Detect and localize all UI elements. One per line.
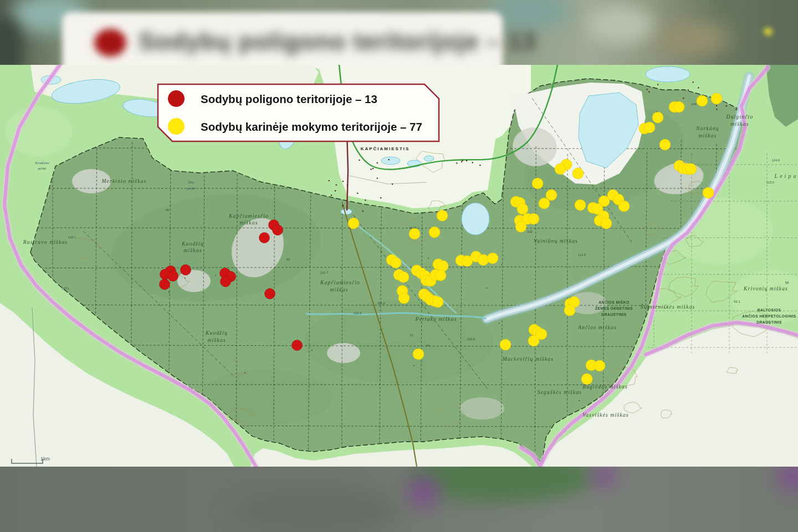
map-label: Krakinio: [35, 161, 49, 165]
yellow-dot: [398, 293, 410, 304]
spot-height: 46: [166, 208, 169, 212]
yellow-dot: [539, 198, 550, 209]
spot-height: 74: [426, 344, 430, 347]
legend-item-poligono: Sodybų poligono teritorijoje – 13: [201, 93, 377, 105]
blurred-yellow-dot: [764, 28, 773, 35]
building-dot: [388, 159, 390, 160]
blur-blob: [233, 489, 399, 532]
building-dot: [365, 200, 366, 201]
spot-height: 110.3: [354, 311, 361, 315]
building-dot: [342, 205, 344, 206]
spot-height: 100: [527, 230, 533, 233]
map-label: Rustravo miškas: [23, 239, 68, 245]
map-label: Kapčiamiesčio: [320, 280, 360, 285]
spot-height: 104: [691, 103, 697, 106]
red-dot: [273, 225, 283, 236]
red-dot: [259, 233, 270, 243]
blurred-red-marker-icon: [94, 29, 126, 57]
map-label: miškas: [183, 248, 202, 253]
yellow-dot: [517, 203, 528, 214]
blurred-map-backdrop-top: Sodybų poligono teritorijoje – 13: [0, 0, 798, 65]
red-marker-icon: [168, 90, 185, 107]
building-dot: [726, 105, 727, 106]
yellow-dot: [575, 200, 586, 211]
red-dot: [292, 340, 303, 351]
building-dot: [362, 211, 364, 212]
map-label: miškas: [330, 287, 348, 293]
map-label: pelkė: [187, 186, 196, 191]
yellow-dot: [572, 168, 584, 179]
spot-height: 100.8: [467, 337, 475, 341]
yellow-dot: [673, 101, 684, 112]
map-label: miškas: [207, 337, 226, 343]
blur-blob: [407, 475, 441, 508]
legend-item-karineje: Sodybų karinėje mokymo teritorijoje – 77: [201, 120, 422, 133]
map-label: miškas: [698, 133, 717, 139]
red-dot: [181, 265, 191, 275]
yellow-dot: [555, 163, 566, 175]
building-dot: [462, 160, 463, 161]
map-label: pelkė: [38, 166, 47, 171]
building-dot: [357, 193, 358, 194]
map-label: ANČIOS MIŠKO: [598, 300, 629, 304]
building-dot: [372, 168, 374, 169]
yellow-dot: [435, 270, 446, 281]
map-label: Ančios miškas: [577, 325, 617, 330]
yellow-dot: [487, 253, 498, 264]
yellow-marker-icon: [168, 118, 185, 135]
spot-height: 120.1: [68, 236, 76, 239]
yellow-dot: [437, 260, 448, 272]
red-dot: [168, 271, 178, 282]
blur-blob: [654, 22, 732, 55]
building-dot: [683, 98, 684, 99]
map-label: Pertako miškas: [415, 316, 457, 322]
scale-label: 1km: [40, 456, 50, 462]
screenshot-root: { "banner": { "text": "Sodybų poligono t…: [0, 0, 798, 532]
map-label: Dulginčio: [726, 114, 754, 120]
building-dot: [359, 160, 360, 161]
building-dot: [698, 87, 699, 88]
yellow-dot: [652, 112, 663, 123]
yellow-dot: [618, 201, 630, 212]
spot-height: 115.7: [320, 271, 328, 274]
building-dot: [380, 197, 381, 198]
yellow-dot: [528, 335, 539, 346]
building-dot: [472, 162, 473, 163]
map-label: Kapčiamiesčio: [228, 213, 269, 219]
spot-height: 58: [785, 281, 789, 284]
map-label: ANČIOS HERPETOLOGINIS: [742, 314, 796, 318]
red-dot: [221, 277, 231, 287]
yellow-dot: [601, 218, 612, 229]
building-dot: [329, 180, 330, 181]
building-dot: [716, 105, 717, 106]
map-image: KAPČIAMIESTISKapčiamiesčiomiškasKuodžiųm…: [0, 65, 798, 467]
yellow-dot: [528, 213, 539, 224]
red-dot: [265, 289, 275, 299]
map-label: Šventėniškės miškas: [640, 304, 695, 310]
map-label: Seguškės miškas: [538, 390, 582, 395]
spot-height: 123.1: [62, 287, 70, 290]
blurred-map-backdrop-bottom: [0, 467, 798, 532]
yellow-dot: [390, 257, 401, 268]
building-dot: [331, 195, 332, 196]
yellow-dot: [594, 360, 605, 371]
red-dot: [160, 279, 170, 290]
building-dot: [335, 190, 336, 191]
map-label: BALTOSIOS: [758, 308, 781, 312]
yellow-dot: [703, 187, 714, 198]
building-dot: [657, 84, 658, 85]
yellow-dot: [581, 374, 592, 385]
legend: Sodybų poligono teritorijoje – 13 Sodybų…: [158, 84, 439, 141]
yellow-dot: [711, 93, 722, 104]
building-dot: [456, 162, 457, 163]
spot-height: 52.1: [734, 300, 740, 303]
blurred-legend-banner: Sodybų poligono teritorijoje – 13: [62, 12, 503, 65]
yellow-dot: [478, 254, 489, 265]
building-dot: [370, 168, 371, 170]
building-dot: [688, 89, 689, 90]
spot-height: 111.2: [377, 301, 385, 305]
yellow-dot: [697, 95, 708, 106]
yellow-dot: [429, 227, 440, 238]
yellow-dot: [437, 210, 448, 221]
spot-height: 62: [287, 258, 290, 261]
